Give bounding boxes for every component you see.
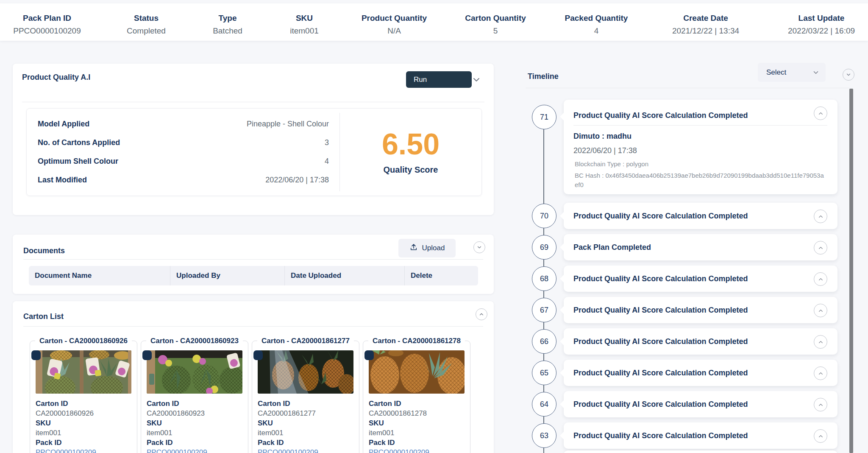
carton-id-value: CA200001861278 (369, 408, 465, 418)
documents-table-header: Document Name Uploaded By Date Uploaded … (29, 266, 478, 285)
column-uploaded-by: Uploaded By (170, 266, 285, 285)
sku-label: SKU (36, 418, 131, 428)
timeline-card-notch (560, 112, 568, 121)
column-delete: Delete (405, 266, 478, 285)
documents-collapse-button[interactable] (473, 241, 485, 253)
carton-legend: Carton - CA200001861277 (257, 337, 354, 345)
timeline-item-expand-button[interactable] (814, 429, 827, 443)
quality-card-divider (22, 102, 484, 102)
carton-select-badge[interactable] (253, 350, 263, 360)
pack-id-link[interactable]: PPCO0000100209 (147, 447, 242, 453)
run-button[interactable]: Run (406, 71, 472, 88)
timeline-item-title: Product Quality AI Score Calculation Com… (573, 400, 748, 409)
quality-score-block: 6.50 Quality Score (340, 109, 481, 196)
carton-photo[interactable] (36, 350, 131, 394)
carton-photo[interactable] (147, 350, 242, 394)
timeline-item: Product Quality AI Score Calculation Com… (564, 203, 837, 229)
chevron-down-icon (476, 244, 482, 250)
carton-photo[interactable] (369, 350, 465, 394)
timeline-card-notch (560, 306, 568, 314)
field-packed-quantity: Packed Quantity4 (565, 14, 628, 36)
carton-select-badge[interactable] (142, 350, 152, 360)
pack-id-label: Pack ID (147, 438, 242, 447)
upload-button[interactable]: Upload (398, 239, 456, 257)
timeline-card-notch (560, 243, 568, 252)
quality-row-model: Model AppliedPineapple - Shell Colour (27, 120, 339, 129)
timeline-step-number: 65 (532, 361, 556, 385)
carton-id-label: Carton ID (147, 399, 242, 408)
quality-score-value: 6.50 (382, 129, 440, 159)
quality-score-label: Quality Score (384, 165, 438, 175)
sku-value: item001 (36, 428, 131, 438)
timeline-step-number: 67 (532, 298, 556, 322)
timeline-collapse-button[interactable] (843, 69, 854, 81)
carton-id-label: Carton ID (258, 399, 353, 408)
timeline-item-title: Product Quality AI Score Calculation Com… (573, 431, 748, 440)
timeline-item-expand-button[interactable] (814, 272, 827, 286)
quality-row-modified: Last Modified2022/06/20 | 17:38 (27, 176, 339, 185)
field-product-quantity: Product QuantityN/A (362, 14, 427, 36)
carton-card-2: Carton - CA200001860923 (141, 341, 248, 453)
timeline-step-number: 68 (532, 266, 556, 291)
chevron-up-icon (818, 370, 824, 377)
chevron-up-icon (818, 110, 824, 117)
timeline-card-notch (560, 369, 568, 377)
carton-legend: Carton - CA200001861278 (368, 337, 465, 345)
carton-card-4: Carton - CA200001861278 Carton ID CA2000… (363, 341, 470, 453)
chevron-up-icon (818, 402, 824, 408)
sku-label: SKU (369, 418, 465, 428)
timeline-card-notch (560, 431, 568, 440)
timeline-item-expand-button[interactable] (814, 366, 827, 380)
carton-id-label: Carton ID (369, 399, 465, 408)
timeline-item-title: Product Quality AI Score Calculation Com… (573, 274, 748, 283)
chevron-up-icon (818, 245, 824, 251)
chevron-up-icon (818, 308, 824, 314)
timeline-item-expand-button[interactable] (814, 241, 827, 254)
timeline-item-expand-button[interactable] (814, 398, 827, 411)
carton-id-value: CA200001860923 (147, 408, 242, 418)
chevron-down-icon (846, 72, 851, 78)
pack-id-link[interactable]: PPCO0000100209 (258, 447, 353, 453)
pack-id-link[interactable]: PPCO0000100209 (36, 447, 131, 453)
timeline-item-divider (573, 125, 827, 126)
timeline-item-title: Pack Plan Completed (573, 243, 651, 252)
pack-id-link[interactable]: PPCO0000100209 (369, 447, 465, 453)
carton-list-collapse-button[interactable] (476, 308, 487, 320)
timeline-title: Timeline (528, 72, 559, 81)
timeline-item-bc-hash: BC Hash : 0x46f3450daea406b25139ae7beb26… (575, 171, 827, 190)
sku-value: item001 (369, 428, 465, 438)
carton-select-badge[interactable] (31, 350, 41, 360)
quality-detail-rows: Model AppliedPineapple - Shell Colour No… (27, 109, 339, 196)
timeline-item-collapse-button[interactable] (814, 106, 827, 120)
field-sku: SKUitem001 (290, 14, 319, 36)
carton-select-badge[interactable] (364, 350, 374, 360)
timeline-divider (526, 88, 849, 88)
sku-value: item001 (258, 428, 353, 438)
field-create-date: Create Date2021/12/22 | 13:34 (672, 14, 739, 36)
sku-label: SKU (147, 418, 242, 428)
timeline-item-date: 2022/06/20 | 17:38 (573, 146, 637, 155)
timeline-item-title: Product Quality AI Score Calculation Com… (573, 369, 748, 378)
field-status: StatusCompleted (127, 14, 166, 36)
run-options-chevron-down-icon[interactable] (471, 75, 481, 85)
field-last-update: Last Update2022/03/22 | 16:09 (788, 14, 855, 36)
timeline-scrollbar[interactable] (849, 89, 853, 453)
timeline-item-expand-button[interactable] (814, 304, 827, 317)
timeline-filter-select[interactable]: Select (758, 63, 826, 82)
field-carton-quantity: Carton Quantity5 (465, 14, 526, 36)
timeline-item: Product Quality AI Score Calculation Com… (564, 360, 837, 386)
timeline-step-number: 64 (532, 392, 556, 417)
quality-detail-card: Model AppliedPineapple - Shell Colour No… (26, 108, 482, 196)
timeline-item: Product Quality AI Score Calculation Com… (564, 297, 837, 323)
timeline-item-user: Dimuto : madhu (573, 132, 632, 141)
timeline-item: Product Quality AI Score Calculation Com… (564, 391, 837, 417)
timeline-item-expand-button[interactable] (814, 335, 827, 349)
quality-row-optimum: Optimum Shell Colour4 (27, 157, 339, 166)
carton-photo[interactable] (258, 350, 353, 394)
timeline-item-expand-button[interactable] (814, 210, 827, 223)
field-type: TypeBatched (213, 14, 242, 36)
timeline-item: Pack Plan Completed (564, 234, 837, 260)
timeline-item: Product Quality AI Score Calculation Com… (564, 328, 837, 355)
timeline-step-number: 69 (532, 235, 556, 260)
timeline-card-notch (560, 400, 568, 408)
